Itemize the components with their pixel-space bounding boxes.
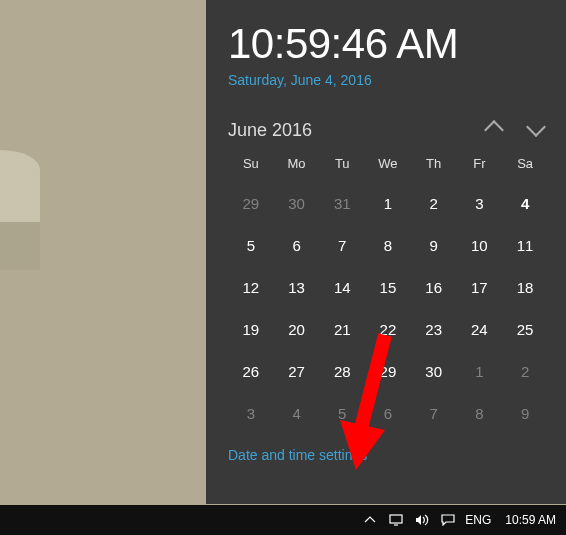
calendar-weekday-row: SuMoTuWeThFrSa [228,150,548,181]
monitor-icon [389,514,403,526]
weekday-header: Su [228,150,274,181]
calendar-month-header: June 2016 [228,118,548,142]
calendar-day[interactable]: 4 [279,394,315,430]
calendar-day-today[interactable]: 4 [507,184,543,220]
network-icon[interactable] [387,511,405,529]
language-indicator[interactable]: ENG [465,513,491,527]
weekday-header: Sa [502,150,548,181]
weekday-header: Mo [274,150,320,181]
calendar-day[interactable]: 8 [461,394,497,430]
calendar-day[interactable]: 8 [370,226,406,262]
calendar-day[interactable]: 1 [461,352,497,388]
previous-month-button[interactable] [482,118,506,142]
taskbar-clock[interactable]: 10:59 AM [505,513,556,527]
calendar-day[interactable]: 21 [324,310,360,346]
desktop-background-object [0,150,40,270]
volume-icon[interactable] [413,511,431,529]
calendar-day[interactable]: 10 [461,226,497,262]
calendar-day[interactable]: 13 [279,268,315,304]
clock-time: 10:59:46 AM [228,20,548,68]
calendar-day[interactable]: 25 [507,310,543,346]
calendar-day[interactable]: 26 [233,352,269,388]
calendar-day[interactable]: 14 [324,268,360,304]
calendar-day[interactable]: 23 [416,310,452,346]
calendar-day[interactable]: 9 [416,226,452,262]
calendar-day[interactable]: 31 [324,184,360,220]
calendar-day[interactable]: 5 [233,226,269,262]
calendar-day[interactable]: 7 [416,394,452,430]
calendar-day[interactable]: 9 [507,394,543,430]
calendar-day[interactable]: 1 [370,184,406,220]
calendar-day[interactable]: 22 [370,310,406,346]
show-hidden-icons-button[interactable] [361,511,379,529]
calendar-body: 2930311234567891011121314151617181920212… [228,181,548,433]
calendar-day[interactable]: 6 [279,226,315,262]
calendar-day[interactable]: 17 [461,268,497,304]
taskbar: ENG 10:59 AM [0,505,566,535]
chevron-down-icon [526,117,546,137]
calendar-grid: SuMoTuWeThFrSa 2930311234567891011121314… [228,150,548,433]
calendar-day[interactable]: 11 [507,226,543,262]
comment-icon [441,514,455,526]
calendar-day[interactable]: 24 [461,310,497,346]
date-time-settings-link[interactable]: Date and time settings [228,447,367,463]
calendar-day[interactable]: 5 [324,394,360,430]
calendar-day[interactable]: 12 [233,268,269,304]
weekday-header: Fr [457,150,503,181]
weekday-header: Th [411,150,457,181]
calendar-month-label[interactable]: June 2016 [228,120,464,141]
calendar-day[interactable]: 3 [233,394,269,430]
weekday-header: Tu [319,150,365,181]
calendar-day[interactable]: 7 [324,226,360,262]
calendar-day[interactable]: 29 [233,184,269,220]
next-month-button[interactable] [524,118,548,142]
calendar-day[interactable]: 18 [507,268,543,304]
calendar-day[interactable]: 2 [416,184,452,220]
calendar-day[interactable]: 2 [507,352,543,388]
chevron-up-icon [364,514,376,526]
calendar-day[interactable]: 6 [370,394,406,430]
calendar-day[interactable]: 16 [416,268,452,304]
calendar-day[interactable]: 20 [279,310,315,346]
calendar-day[interactable]: 3 [461,184,497,220]
calendar-day[interactable]: 30 [416,352,452,388]
clock-calendar-flyout: 10:59:46 AM Saturday, June 4, 2016 June … [206,0,566,504]
speaker-icon [415,514,429,526]
svg-rect-0 [390,515,402,523]
calendar-day[interactable]: 28 [324,352,360,388]
calendar-day[interactable]: 15 [370,268,406,304]
calendar-day[interactable]: 30 [279,184,315,220]
calendar-day[interactable]: 27 [279,352,315,388]
calendar-day[interactable]: 29 [370,352,406,388]
calendar-day[interactable]: 19 [233,310,269,346]
weekday-header: We [365,150,411,181]
clock-date[interactable]: Saturday, June 4, 2016 [228,72,548,88]
action-center-icon[interactable] [439,511,457,529]
chevron-up-icon [484,120,504,140]
